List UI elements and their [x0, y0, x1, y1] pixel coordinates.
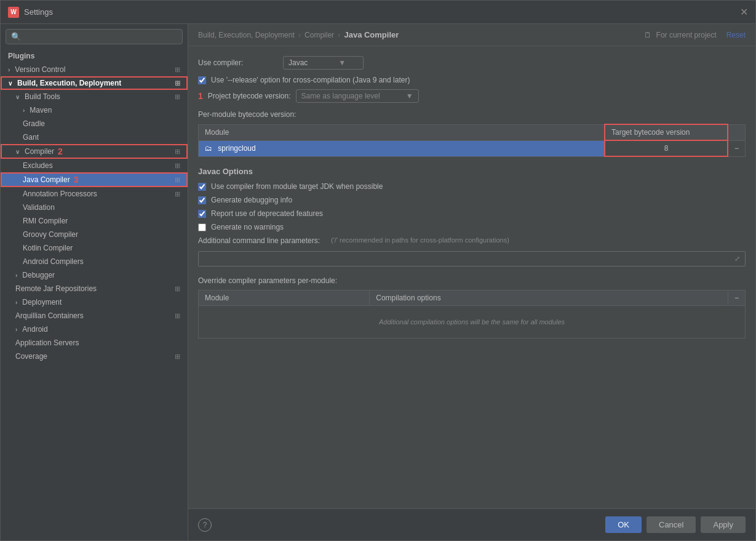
- settings-window: W Settings ✕ 🔍 Plugins › Version Control…: [0, 0, 756, 541]
- expand-icon[interactable]: ⤢: [734, 255, 740, 263]
- sidebar-item-maven[interactable]: › Maven: [1, 103, 188, 117]
- copy-icon[interactable]: ⊞: [175, 353, 180, 361]
- footer-buttons: OK Cancel Apply: [605, 516, 746, 533]
- deprecated-checkbox[interactable]: [198, 210, 206, 218]
- sidebar-item-compiler[interactable]: ∨ Compiler 2 ⊞: [1, 144, 188, 159]
- cancel-button[interactable]: Cancel: [647, 516, 696, 533]
- per-module-label: Per-module bytecode version:: [198, 110, 746, 119]
- compiler-value: Javac: [288, 58, 308, 67]
- sidebar-item-label: Deployment: [22, 298, 62, 307]
- arrow-icon: ›: [15, 272, 17, 279]
- action-col: [728, 124, 746, 140]
- dropdown-arrow-icon: ▼: [338, 58, 346, 67]
- arrow-icon: ›: [15, 299, 17, 306]
- copy-icon[interactable]: ⊞: [175, 148, 180, 156]
- table-row[interactable]: 🗂 springcloud 8 −: [199, 140, 746, 156]
- sidebar-item-android-compilers[interactable]: Android Compilers: [1, 255, 188, 268]
- sidebar-item-label: Coverage: [15, 352, 47, 361]
- sidebar-item-label: Java Compiler: [23, 175, 70, 184]
- sidebar-item-arquillian[interactable]: Arquillian Containers ⊞: [1, 309, 188, 323]
- no-warnings-label: Generate no warnings: [211, 223, 284, 231]
- remove-row-col: −: [728, 140, 746, 156]
- cross-compilation-row: Use '--release' option for cross-compila…: [198, 76, 746, 84]
- copy-icon[interactable]: ⊞: [175, 176, 180, 184]
- use-compiler-label: Use compiler:: [198, 58, 278, 67]
- copy-icon[interactable]: ⊞: [175, 312, 180, 320]
- sidebar: 🔍 Plugins › Version Control ⊞ ∨ Build, E…: [1, 24, 188, 540]
- panel-content: Use compiler: Javac ▼ Use '--release' op…: [188, 46, 755, 508]
- main-content: 🔍 Plugins › Version Control ⊞ ∨ Build, E…: [1, 24, 755, 540]
- javac-options-title: Javac Options: [198, 167, 746, 176]
- minus-override-icon[interactable]: −: [734, 294, 739, 302]
- project-bytecode-label: Project bytecode version:: [208, 92, 291, 100]
- ok-button[interactable]: OK: [605, 516, 642, 533]
- module-icon: 🗂: [205, 144, 212, 153]
- sidebar-item-application-servers[interactable]: Application Servers: [1, 336, 188, 350]
- module-jdk-label: Use compiler from module target JDK when…: [211, 182, 383, 191]
- debug-info-label: Generate debugging info: [211, 196, 292, 204]
- sidebar-item-build-tools[interactable]: ∨ Build Tools ⊞: [1, 90, 188, 103]
- sidebar-item-kotlin-compiler[interactable]: Kotlin Compiler: [1, 241, 188, 255]
- copy-icon[interactable]: ⊞: [175, 190, 180, 198]
- override-table: Module Compilation options − Additional …: [198, 290, 746, 339]
- cross-compilation-label: Use '--release' option for cross-compila…: [211, 76, 410, 84]
- sidebar-item-label: Gradle: [23, 119, 45, 128]
- copy-icon[interactable]: ⊞: [175, 285, 180, 293]
- search-input[interactable]: [25, 33, 177, 41]
- sidebar-item-android[interactable]: › Android: [1, 323, 188, 336]
- sidebar-item-version-control[interactable]: › Version Control ⊞: [1, 63, 188, 76]
- sidebar-item-remote-jar[interactable]: Remote Jar Repositories ⊞: [1, 282, 188, 295]
- module-jdk-checkbox[interactable]: [198, 183, 206, 191]
- sidebar-item-excludes[interactable]: Excludes ⊞: [1, 159, 188, 172]
- search-box[interactable]: 🔍: [6, 29, 183, 44]
- sidebar-item-rmi-compiler[interactable]: RMI Compiler: [1, 214, 188, 228]
- sidebar-item-label: Excludes: [23, 161, 53, 170]
- copy-icon[interactable]: ⊞: [175, 79, 180, 87]
- arrow-icon: ›: [8, 66, 10, 73]
- cmd-hint: ('/' recommended in paths for cross-plat…: [331, 236, 509, 244]
- sidebar-item-annotation-processors[interactable]: Annotation Processors ⊞: [1, 187, 188, 201]
- arrow-icon: ∨: [15, 94, 20, 100]
- cmd-params-row: Additional command line parameters: ('/'…: [198, 236, 746, 245]
- bytecode-select[interactable]: Same as language level ▼: [296, 89, 419, 103]
- minus-icon[interactable]: −: [734, 144, 739, 153]
- module-name-cell: 🗂 springcloud: [199, 140, 605, 156]
- copy-icon[interactable]: ⊞: [175, 93, 180, 101]
- no-warnings-checkbox[interactable]: [198, 223, 206, 231]
- copy-icon[interactable]: ⊞: [175, 162, 180, 170]
- plugins-label: Plugins: [8, 52, 34, 60]
- copy-icon[interactable]: ⊞: [175, 66, 180, 74]
- sidebar-item-label: Gant: [23, 133, 39, 142]
- cross-compilation-checkbox[interactable]: [198, 76, 206, 84]
- override-label: Override compiler parameters per-module:: [198, 276, 746, 285]
- deprecated-row: Report use of deprecated features: [198, 209, 746, 218]
- reset-button[interactable]: Reset: [726, 31, 746, 39]
- number-badge-3: 3: [74, 175, 79, 185]
- cmd-input[interactable]: ⤢: [198, 251, 746, 266]
- sidebar-item-gant[interactable]: Gant: [1, 130, 188, 144]
- bytecode-value: Same as language level: [301, 92, 380, 100]
- sidebar-item-validation[interactable]: Validation: [1, 201, 188, 214]
- breadcrumb-current: Java Compiler: [344, 30, 399, 39]
- sidebar-item-coverage[interactable]: Coverage ⊞: [1, 350, 188, 363]
- sidebar-item-debugger[interactable]: › Debugger: [1, 268, 188, 282]
- sidebar-item-java-compiler[interactable]: Java Compiler 3 ⊞: [1, 172, 188, 187]
- window-title: Settings: [24, 7, 53, 17]
- arrow-icon: ›: [15, 326, 17, 333]
- close-icon[interactable]: ✕: [740, 6, 748, 18]
- arrow-icon: ∨: [15, 148, 20, 155]
- target-version-cell: 8: [605, 140, 728, 156]
- sidebar-item-label: Kotlin Compiler: [23, 244, 73, 252]
- sidebar-item-label: Debugger: [22, 271, 55, 279]
- override-empty-row: Additional compilation options will be t…: [199, 306, 746, 339]
- compiler-select[interactable]: Javac ▼: [283, 56, 364, 70]
- debug-info-checkbox[interactable]: [198, 196, 206, 204]
- sidebar-item-groovy-compiler[interactable]: Groovy Compiler: [1, 228, 188, 241]
- sidebar-item-deployment[interactable]: › Deployment: [1, 295, 188, 309]
- help-button[interactable]: ?: [198, 518, 212, 532]
- sidebar-item-gradle[interactable]: Gradle: [1, 117, 188, 130]
- no-warnings-row: Generate no warnings: [198, 223, 746, 231]
- sidebar-item-build-exec-deploy[interactable]: ∨ Build, Execution, Deployment ⊞: [1, 76, 188, 90]
- apply-button[interactable]: Apply: [701, 516, 746, 533]
- sidebar-item-label: Version Control: [15, 65, 65, 74]
